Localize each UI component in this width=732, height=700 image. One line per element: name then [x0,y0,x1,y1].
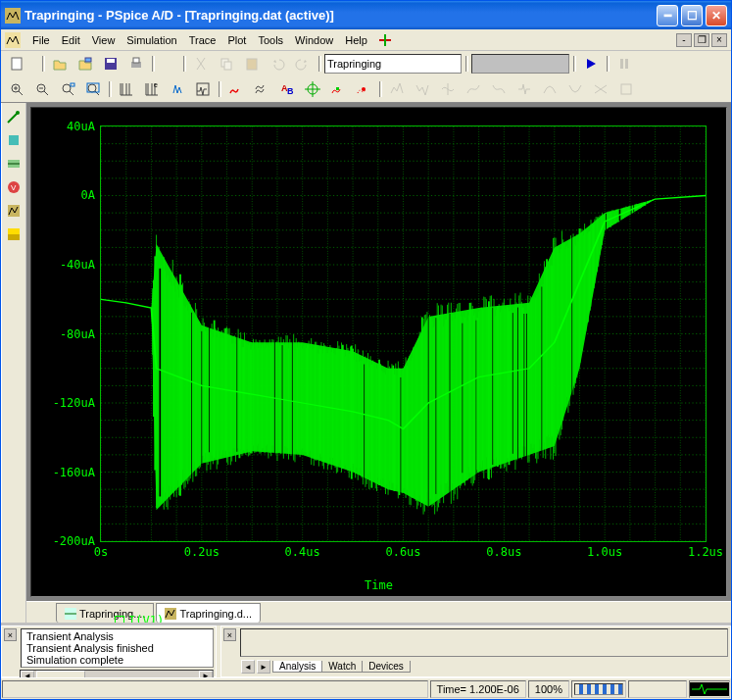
run-button[interactable] [579,53,603,75]
ekg-icon [690,682,729,696]
print-button[interactable] [124,53,148,75]
text-label-button[interactable]: AB [275,78,299,100]
bottom-panels: × Transient Analysis Transient Analysis … [1,623,731,677]
add-trace-button[interactable] [224,78,248,100]
mdi-close-button[interactable]: × [711,33,727,47]
mark-button[interactable] [326,78,350,100]
x-tick-label: 0s [94,541,108,559]
tab-nav-right[interactable]: ► [257,660,270,674]
close-button[interactable]: ✕ [706,5,727,26]
eval-goal-button[interactable] [250,78,273,100]
marker2-icon[interactable] [4,201,24,221]
minimize-button[interactable]: ━ [657,5,678,26]
menu-simulation[interactable]: Simulation [121,32,182,48]
marker-icon[interactable]: V [4,177,24,197]
menu-trace[interactable]: Trace [183,32,222,48]
menu-app-icon [5,32,21,48]
perf-button[interactable] [191,78,215,100]
menu-window[interactable]: Window [289,32,339,48]
cadence-icon [377,32,393,48]
zoom-out-button[interactable] [30,78,54,100]
svg-text:e: e [154,81,158,88]
new-button[interactable] [5,53,28,75]
csr10-button [614,78,638,100]
probe-w-icon[interactable] [4,154,24,174]
y-tick-label: -160uA [53,466,101,479]
copy-button [215,53,238,75]
csr2-button [411,78,434,100]
svg-rect-1 [5,32,21,48]
svg-rect-25 [71,83,74,86]
progress-bar [574,683,623,695]
marker3-icon[interactable] [4,225,24,244]
y-tick-label: -40uA [60,258,101,272]
fft-button[interactable] [166,78,189,100]
svg-rect-5 [12,58,22,70]
watch-listbox[interactable] [240,628,728,657]
svg-text:B: B [287,86,294,96]
svg-text:V: V [11,183,17,192]
plot-window[interactable]: 40uA0A-40uA-80uA-120uA-160uA-200uA0s0.2u… [30,107,727,597]
svg-rect-10 [133,58,139,63]
log-x-button[interactable] [115,78,138,100]
status-pad [628,680,687,698]
csr1-button [385,78,409,100]
svg-rect-4 [384,34,386,46]
legend[interactable]: I(V1) [115,614,164,623]
menu-plot[interactable]: Plot [221,32,252,48]
tab-nav-left[interactable]: ◄ [241,660,255,674]
zoom-area-button[interactable] [56,78,79,100]
open-button[interactable] [48,53,72,75]
csr4-button [462,78,485,100]
svg-rect-12 [224,62,231,70]
svg-rect-0 [5,8,21,24]
maximize-button[interactable]: ☐ [681,5,703,26]
y-tick-label: -80uA [60,327,101,341]
tab-devices[interactable]: Devices [362,661,411,673]
left-toolbar: V [1,103,26,623]
tab-dat[interactable]: Trapringing.d... [156,603,261,623]
svg-point-26 [88,84,96,92]
save-button[interactable] [99,53,122,75]
probe-v-icon[interactable] [4,107,24,126]
log-y-button[interactable]: e [140,78,164,100]
csr7-button [538,78,561,100]
y-tick-label: 40uA [67,120,101,133]
plot-area[interactable]: 40uA0A-40uA-80uA-120uA-160uA-200uA0s0.2u… [100,125,707,542]
probe-i-icon[interactable] [4,130,24,150]
menu-file[interactable]: File [26,32,56,48]
y-tick-label: 0A [81,188,101,202]
toolbar-2: e AB [1,76,731,103]
title-bar[interactable]: Trapringing - PSpice A/D - [Trapringing.… [1,1,731,29]
cut-button [189,53,213,75]
x-tick-label: 0.6us [385,541,420,559]
simulation-combo[interactable]: Trapringing [324,54,462,74]
paste-button [240,53,264,75]
menu-help[interactable]: Help [339,32,373,48]
menu-tools[interactable]: Tools [252,32,289,48]
cursor-button[interactable] [301,78,324,100]
svg-line-21 [44,91,48,95]
mdi-minimize-button[interactable]: - [676,33,692,47]
log-close-button[interactable]: × [4,628,17,641]
menu-edit[interactable]: Edit [56,32,86,48]
zoom-fit-button[interactable] [81,78,105,100]
csr8-button [563,78,587,100]
watch-close-button[interactable]: × [223,628,236,641]
svg-rect-13 [247,59,257,70]
x-tick-label: 0.2us [184,541,220,559]
tab-analysis[interactable]: Analysis [272,661,322,673]
main-area: V 40uA0A-40uA-80uA-120uA-160uA-200uA0s0.… [1,103,731,623]
svg-rect-15 [625,59,628,69]
log-listbox[interactable]: Transient Analysis Transient Analysis fi… [21,628,214,668]
menu-view[interactable]: View [86,32,122,48]
mdi-restore-button[interactable]: ❐ [694,33,709,47]
mark2-button[interactable] [352,78,375,100]
app-window: Trapringing - PSpice A/D - [Trapringing.… [0,0,732,700]
svg-line-17 [19,91,23,95]
open2-button[interactable] [73,53,97,75]
tab-watch[interactable]: Watch [321,661,363,673]
zoom-in-button[interactable] [5,78,28,100]
menu-bar: File Edit View Simulation Trace Plot Too… [1,29,731,51]
csr5-button [487,78,511,100]
